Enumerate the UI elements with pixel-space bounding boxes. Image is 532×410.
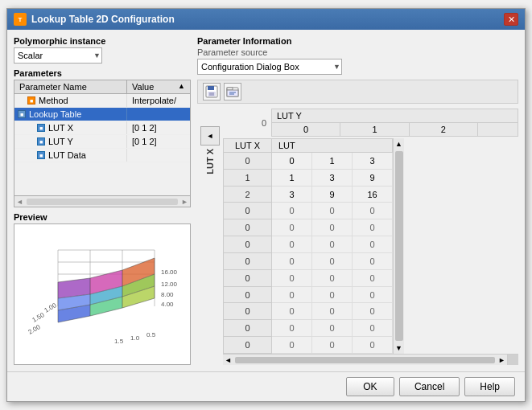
param-row-lut-x[interactable]: ■ LUT X [0 1 2] [14, 121, 190, 135]
save-to-file-button[interactable] [203, 83, 221, 100]
dialog-body: Polymorphic instance Scalar ▼ Parameters… [7, 30, 525, 371]
lut-vscrollbar[interactable]: ▲ ▼ [393, 138, 404, 354]
polymorphic-dropdown[interactable]: Scalar [14, 47, 102, 64]
param-row-lookup-table[interactable]: ■ Lookup Table [14, 108, 190, 121]
param-name-lut-data: ■ LUT Data [14, 149, 127, 162]
param-name-lut-y: ■ LUT Y [14, 135, 127, 148]
lut-row-empty-0: 0 000 [224, 203, 393, 219]
lut-x-val-0[interactable]: 0 [224, 153, 272, 170]
lut-col-header: LUT [272, 139, 393, 153]
param-info-section: Parameter Information Parameter source C… [197, 36, 518, 75]
params-scrollbar[interactable]: ◄ ► [14, 196, 191, 207]
svg-text:T: T [19, 16, 23, 23]
svg-text:1.0: 1.0 [130, 334, 140, 342]
title-bar: T Lookup Table 2D Configuration ✕ [7, 9, 525, 30]
lut-y-header-area: LUT Y 0 1 2 [271, 109, 518, 137]
lut-row-empty-7: 0 000 [224, 320, 393, 337]
lut-row-empty-4: 0 000 [224, 269, 393, 286]
param-source-row: Configuration Dialog Box ▼ [197, 59, 518, 75]
lut-x-val-2[interactable]: 2 [224, 186, 272, 203]
lut-row-empty-2: 0 000 [224, 236, 393, 253]
param-value-lut-y: [0 1 2] [127, 135, 190, 148]
param-value-method: Interpolate/ [127, 94, 190, 107]
load-from-file-button[interactable] [224, 83, 241, 100]
col-value: Value ▲ [127, 80, 190, 93]
left-panel: Polymorphic instance Scalar ▼ Parameters… [14, 36, 191, 365]
lut-grid-section: ◄ LUT X 0 LUT Y [197, 109, 518, 365]
lut-0-label: 0 [223, 118, 271, 128]
lut-row-empty-3: 0 000 [224, 252, 393, 269]
lut-y-2: 2 [409, 123, 477, 137]
params-header: Parameter Name Value ▲ [14, 80, 190, 94]
param-source-dropdown[interactable]: Configuration Dialog Box [197, 59, 342, 75]
lut-x-col-header: LUT X [224, 139, 272, 153]
lut-row-empty-6: 0 000 [224, 303, 393, 320]
scroll-placeholder [478, 123, 518, 137]
polymorphic-label: Polymorphic instance [14, 36, 191, 46]
lut-y-1: 1 [340, 123, 409, 137]
preview-svg: 1.00 1.50 2.00 0.5 1.0 1.5 16.00 12.00 8… [26, 242, 179, 346]
right-panel: Parameter Information Parameter source C… [197, 36, 518, 365]
dialog-title: Lookup Table 2D Configuration [31, 14, 175, 25]
lut-y-header-row: 0 LUT Y 0 [223, 109, 518, 138]
param-value-lut-data [127, 149, 190, 162]
param-source-label: Parameter source [197, 47, 518, 57]
param-name-method: ■ Method [14, 94, 127, 107]
lut-x-axis-label: LUT X [205, 146, 215, 178]
lut-cell-2-0[interactable]: 3 [272, 186, 312, 203]
lut-cell-1-1[interactable]: 3 [312, 169, 353, 186]
axis-decrease-button[interactable]: ◄ [200, 126, 220, 146]
help-button[interactable]: Help [464, 377, 515, 396]
lut-x-val-1[interactable]: 1 [224, 169, 272, 186]
close-button[interactable]: ✕ [504, 13, 518, 26]
lut-data-table: LUT X LUT 0 0 1 3 [223, 138, 393, 354]
lut-row-empty-5: 0 000 [224, 286, 393, 303]
lut-cell-0-1[interactable]: 1 [312, 153, 353, 170]
main-dialog: T Lookup Table 2D Configuration ✕ Polymo… [6, 8, 526, 402]
svg-text:12.00: 12.00 [161, 281, 178, 288]
polymorphic-dropdown-wrapper: Scalar ▼ [14, 47, 102, 64]
lut-hscrollbar[interactable]: ◄ ► [223, 354, 518, 365]
dialog-icon: T [14, 13, 27, 26]
lut-left-axis: ◄ LUT X [197, 109, 223, 365]
param-row-lut-data[interactable]: ■ LUT Data [14, 149, 190, 162]
svg-rect-51 [209, 92, 214, 96]
svg-text:4.00: 4.00 [161, 301, 174, 308]
parameters-label: Parameters [14, 68, 191, 78]
parameters-section: Parameters Parameter Name Value ▲ ■ Meth… [14, 68, 191, 207]
col-param-name: Parameter Name [14, 80, 127, 93]
lut-row-2: 2 3 9 16 [224, 186, 393, 203]
svg-rect-49 [208, 86, 214, 90]
cancel-button[interactable]: Cancel [399, 377, 460, 396]
lut-y-col-header: LUT Y [272, 109, 518, 123]
lut-row-empty-8: 0 000 [224, 337, 393, 354]
param-source-dropdown-wrapper: Configuration Dialog Box ▼ [197, 59, 342, 75]
lut-cell-0-0[interactable]: 0 [272, 153, 312, 170]
lut-y-0: 0 [272, 123, 340, 137]
svg-rect-54 [227, 90, 238, 96]
svg-text:1.00: 1.00 [43, 301, 58, 314]
dialog-footer: OK Cancel Help [7, 371, 525, 401]
lut-cell-2-1[interactable]: 9 [312, 186, 353, 203]
svg-text:0.5: 0.5 [146, 331, 156, 338]
svg-text:8.00: 8.00 [161, 291, 174, 298]
param-row-lut-y[interactable]: ■ LUT Y [0 1 2] [14, 135, 190, 149]
param-row-method[interactable]: ■ Method Interpolate/ [14, 94, 190, 108]
svg-text:16.00: 16.00 [161, 269, 178, 276]
param-name-lookup-table: ■ Lookup Table [14, 108, 127, 121]
lut-scroll-container[interactable]: LUT X LUT 0 0 1 3 [223, 138, 518, 354]
lut-toolbar [197, 80, 518, 104]
lut-cell-1-2[interactable]: 9 [353, 169, 393, 186]
param-value-lookup-table [127, 108, 190, 121]
lut-cell-1-0[interactable]: 1 [272, 169, 312, 186]
ok-button[interactable]: OK [346, 377, 394, 396]
svg-text:2.00: 2.00 [27, 323, 42, 336]
lut-row-empty-1: 0 000 [224, 219, 393, 236]
param-value-lut-x: [0 1 2] [127, 121, 190, 134]
parameters-scroll-area[interactable]: Parameter Name Value ▲ ■ Method Interpol… [14, 80, 191, 196]
preview-section: Preview [14, 212, 191, 365]
lut-cell-2-2[interactable]: 16 [353, 186, 393, 203]
lut-cell-0-2[interactable]: 3 [353, 153, 393, 170]
preview-label: Preview [14, 212, 191, 222]
param-name-lut-x: ■ LUT X [14, 121, 127, 134]
